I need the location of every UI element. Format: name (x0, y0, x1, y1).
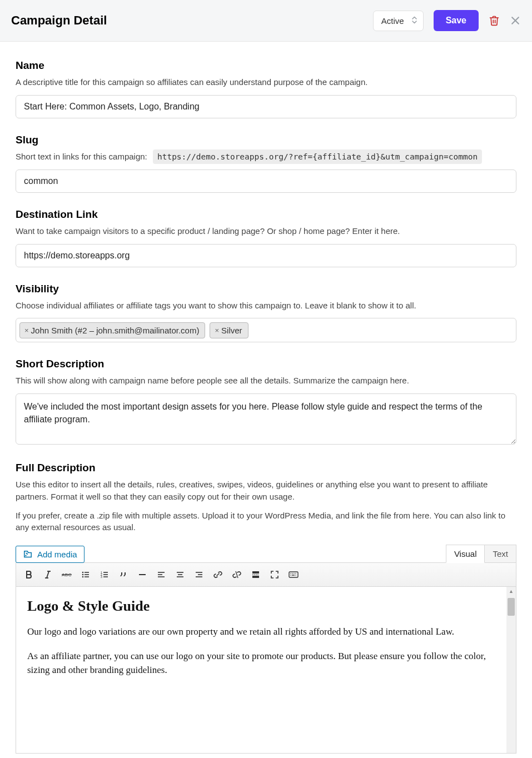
horizontal-rule-icon (138, 570, 147, 579)
numbered-list-button[interactable]: 123 (96, 566, 113, 583)
bullet-list-button[interactable] (77, 566, 94, 583)
full-desc-desc2: If you prefer, create a .zip file with m… (16, 510, 516, 534)
trash-icon (489, 15, 500, 26)
name-section: Name A descriptive title for this campai… (16, 59, 516, 118)
unlink-button[interactable] (228, 566, 245, 583)
destination-label: Destination Link (16, 208, 516, 221)
tag-remove-icon[interactable]: × (24, 326, 29, 335)
short-desc-desc: This will show along with campaign name … (16, 375, 516, 387)
add-media-label: Add media (37, 550, 77, 559)
align-left-button[interactable] (153, 566, 170, 583)
destination-section: Destination Link Want to take campaign v… (16, 208, 516, 267)
content: Name A descriptive title for this campai… (0, 42, 532, 758)
editor-topbar: Add media Visual Text (16, 545, 516, 563)
full-desc-label: Full Description (16, 462, 516, 474)
svg-point-8 (82, 572, 84, 574)
slug-desc-text: Short text in links for this campaign: (16, 152, 147, 161)
scroll-thumb[interactable] (508, 598, 515, 616)
editor-body-wrap: Logo & Style Guide Our logo and logo var… (16, 587, 516, 754)
editor-heading: Logo & Style Guide (27, 598, 495, 615)
tag-remove-icon[interactable]: × (215, 326, 219, 335)
link-button[interactable] (210, 566, 226, 583)
svg-point-39 (290, 575, 291, 576)
italic-button[interactable] (39, 566, 56, 583)
tab-text[interactable]: Text (484, 545, 516, 563)
editor-paragraph: As an affiliate partner, you can use our… (27, 649, 495, 677)
status-select[interactable]: Active (373, 11, 424, 31)
page-header: Campaign Detail Active Save (0, 0, 532, 42)
scroll-up-icon: ▲ (506, 587, 516, 596)
visibility-label: Visibility (16, 283, 516, 295)
page-title: Campaign Detail (11, 13, 107, 28)
close-button[interactable] (510, 15, 521, 26)
blockquote-button[interactable] (115, 566, 132, 583)
bold-icon (24, 570, 33, 579)
svg-point-2 (25, 555, 26, 556)
editor-tabs: Visual Text (446, 545, 516, 563)
visibility-tag[interactable]: × John Smith (#2 – john.smith@mailinator… (19, 322, 205, 338)
keyboard-icon (289, 570, 299, 579)
svg-text:3: 3 (101, 575, 102, 579)
editor-paragraph: Our logo and logo variations are our own… (27, 625, 495, 639)
svg-rect-34 (289, 572, 298, 577)
chevron-updown-icon (411, 16, 417, 26)
svg-line-5 (47, 571, 49, 578)
save-button[interactable]: Save (434, 10, 479, 31)
numbered-list-icon: 123 (100, 570, 109, 579)
bold-button[interactable] (21, 566, 37, 583)
add-media-button[interactable]: Add media (16, 546, 84, 563)
quote-icon (119, 570, 128, 579)
svg-rect-31 (252, 571, 259, 574)
short-description-section: Short Description This will show along w… (16, 358, 516, 446)
visibility-tag[interactable]: × Silver (210, 322, 248, 338)
slug-section: Slug Short text in links for this campai… (16, 134, 516, 193)
readmore-button[interactable] (247, 566, 264, 583)
bullet-list-icon (81, 570, 90, 579)
status-value: Active (381, 16, 404, 26)
destination-desc: Want to take campaign visitors to a spec… (16, 225, 516, 237)
short-desc-label: Short Description (16, 358, 516, 370)
editor-scrollbar[interactable]: ▲ (506, 587, 516, 753)
tag-label: Silver (221, 326, 242, 335)
align-right-button[interactable] (191, 566, 207, 583)
hr-button[interactable] (134, 566, 151, 583)
align-left-icon (157, 570, 166, 579)
delete-button[interactable] (489, 15, 500, 26)
strikethrough-icon: ABC (62, 570, 72, 579)
svg-point-40 (295, 575, 296, 576)
close-icon (510, 15, 521, 26)
destination-input[interactable] (16, 244, 516, 267)
toolbar-toggle-button[interactable] (285, 566, 302, 583)
full-desc-desc1: Use this editor to insert all the detail… (16, 478, 516, 503)
svg-point-9 (82, 574, 84, 576)
editor-toolbar: ABC 123 (16, 562, 516, 587)
strikethrough-button[interactable]: ABC (58, 566, 75, 583)
align-right-icon (195, 570, 203, 579)
align-center-button[interactable] (172, 566, 188, 583)
readmore-icon (251, 570, 260, 579)
media-icon (23, 550, 33, 559)
visibility-desc: Choose individual affiliates or affiliat… (16, 300, 516, 312)
tag-label: John Smith (#2 – john.smith@mailinator.c… (31, 326, 200, 335)
slug-input[interactable] (16, 169, 516, 193)
name-input[interactable] (16, 95, 516, 118)
short-desc-input[interactable] (16, 393, 516, 445)
visibility-input[interactable]: × John Smith (#2 – john.smith@mailinator… (16, 318, 516, 342)
align-center-icon (176, 570, 185, 579)
scroll-track (506, 596, 516, 753)
editor-body[interactable]: Logo & Style Guide Our logo and logo var… (16, 587, 506, 753)
svg-point-38 (295, 573, 296, 574)
italic-icon (43, 570, 52, 579)
unlink-icon (232, 570, 241, 579)
slug-url-preview: https://demo.storeapps.org/?ref={affilia… (153, 149, 482, 164)
name-desc: A descriptive title for this campaign so… (16, 76, 516, 88)
editor: Add media Visual Text ABC 123 (16, 545, 516, 754)
fullscreen-button[interactable] (266, 566, 283, 583)
svg-point-37 (294, 573, 295, 574)
svg-point-10 (82, 576, 84, 578)
link-icon (213, 570, 222, 579)
tab-visual[interactable]: Visual (446, 545, 485, 563)
full-description-section: Full Description Use this editor to inse… (16, 462, 516, 754)
slug-desc: Short text in links for this campaign: h… (16, 151, 516, 163)
svg-point-35 (290, 573, 291, 574)
